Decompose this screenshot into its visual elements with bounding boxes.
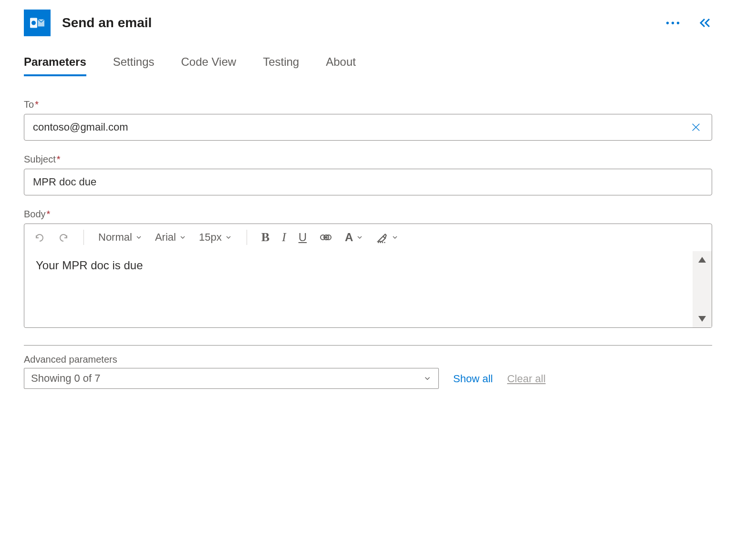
font-color-button[interactable]: A [345, 231, 363, 244]
tab-about[interactable]: About [326, 55, 356, 76]
to-label-text: To [24, 99, 34, 110]
rich-text-editor: Normal Arial 15px B I U [24, 224, 712, 328]
highlight-color-button[interactable] [376, 231, 399, 244]
subject-label-text: Subject [24, 154, 56, 164]
underline-button[interactable]: U [299, 231, 307, 244]
more-menu-button[interactable]: ••• [666, 18, 682, 29]
to-input[interactable] [33, 121, 689, 133]
tab-code-view[interactable]: Code View [181, 55, 236, 76]
card-title: Send an email [62, 15, 152, 31]
editor-area: Your MPR doc is due [24, 251, 712, 327]
collapse-panel-button[interactable] [699, 17, 712, 29]
tab-settings[interactable]: Settings [113, 55, 155, 76]
subject-field-wrap: Subject* [24, 154, 712, 195]
font-value: Arial [155, 231, 176, 244]
advanced-selected-text: Showing 0 of 7 [31, 372, 101, 385]
body-label-text: Body [24, 209, 46, 219]
required-marker: * [47, 209, 51, 219]
advanced-parameters-dropdown[interactable]: Showing 0 of 7 [24, 368, 439, 389]
font-size-value: 15px [199, 231, 222, 244]
body-label: Body* [24, 209, 712, 220]
tabs-container: Parameters Settings Code View Testing Ab… [24, 55, 712, 76]
to-field-wrap: To* [24, 99, 712, 141]
body-textarea[interactable]: Your MPR doc is due [24, 251, 693, 327]
svg-point-1 [31, 21, 36, 25]
scroll-up-button[interactable] [698, 257, 706, 263]
header-right: ••• [666, 17, 712, 29]
outlook-icon [24, 10, 51, 36]
advanced-parameters-row: Advanced parameters Showing 0 of 7 Show … [24, 354, 712, 389]
advanced-select-wrap: Advanced parameters Showing 0 of 7 [24, 354, 439, 389]
redo-button[interactable] [58, 232, 69, 243]
to-input-container [24, 114, 712, 141]
editor-scrollbar [693, 251, 712, 327]
font-size-dropdown[interactable]: 15px [199, 231, 232, 244]
format-value: Normal [98, 231, 132, 244]
tab-testing[interactable]: Testing [263, 55, 299, 76]
advanced-label: Advanced parameters [24, 354, 439, 365]
required-marker: * [57, 154, 61, 164]
format-dropdown[interactable]: Normal [98, 231, 143, 244]
toolbar-divider [83, 230, 84, 245]
scroll-down-button[interactable] [698, 316, 706, 322]
tab-parameters[interactable]: Parameters [24, 55, 86, 76]
bold-button[interactable]: B [261, 230, 270, 244]
toolbar-divider [247, 230, 247, 245]
undo-button[interactable] [34, 232, 45, 243]
clear-all-link[interactable]: Clear all [507, 373, 546, 389]
subject-label: Subject* [24, 154, 712, 165]
card-header: Send an email ••• [24, 10, 712, 36]
to-label: To* [24, 99, 712, 110]
italic-button[interactable]: I [282, 230, 286, 244]
editor-toolbar: Normal Arial 15px B I U [24, 224, 712, 251]
clear-to-button[interactable] [689, 122, 703, 132]
show-all-link[interactable]: Show all [453, 373, 493, 389]
section-divider [24, 345, 712, 346]
header-left: Send an email [24, 10, 152, 36]
body-field-wrap: Body* Normal Arial [24, 209, 712, 328]
subject-input[interactable] [33, 176, 703, 188]
font-dropdown[interactable]: Arial [155, 231, 187, 244]
required-marker: * [35, 99, 39, 110]
link-button[interactable] [319, 233, 332, 242]
subject-input-container [24, 169, 712, 195]
